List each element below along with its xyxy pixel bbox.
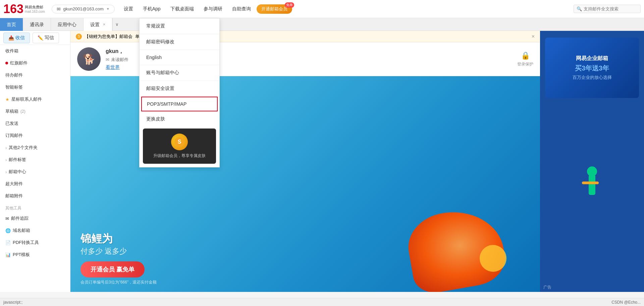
sidebar-item-domain-mail[interactable]: 🌐 域名邮箱 — [0, 224, 70, 237]
receive-button[interactable]: 📥 收信 — [3, 33, 30, 43]
sidebar-item-inbox[interactable]: 收件箱 — [0, 45, 70, 57]
sidebar: 📥 收信 ✏️ 写信 收件箱 红旗邮件 待办邮件 智能标签 ★ 星标联系人邮件 … — [0, 31, 70, 292]
tab-more-arrow[interactable]: ∨ — [112, 18, 121, 31]
sidebar-item-sent[interactable]: 已发送 — [0, 117, 70, 130]
ad-promo: 买3年送3年 — [575, 64, 609, 73]
lock-label: 登录保护 — [517, 61, 533, 67]
mail-trace-label: 邮件追踪 — [11, 215, 29, 221]
logo-area: 163 网易免费邮 mail.163.com — [3, 3, 45, 15]
status-bar: javascript:; CSDN @Echo... — [0, 298, 644, 306]
banner-title-line1: 锦鲤为 — [80, 232, 157, 246]
mailbox-attach-label: 邮箱附件 — [5, 193, 23, 199]
sidebar-item-pdf-tool[interactable]: 📄 PDF转换工具 — [0, 237, 70, 249]
sent-label: 已发送 — [5, 120, 18, 126]
vip-button-label: 开通邮箱会员 — [261, 6, 287, 11]
sidebar-item-mail-trace[interactable]: ✉ 邮件追踪 — [0, 212, 70, 224]
tab-settings-close[interactable]: × — [103, 18, 105, 31]
sidebar-section-other-tools: 其他工具 — [0, 202, 70, 212]
sidebar-item-ppt-template[interactable]: 📊 PPT模板 — [0, 249, 70, 261]
sidebar-item-large-attach[interactable]: 超大附件 — [0, 178, 70, 190]
tab-settings-label: 设置 — [90, 18, 100, 31]
mail-trace-icon: ✉ — [5, 216, 9, 221]
inbox-action-row: 📥 收信 ✏️ 写信 — [0, 31, 70, 45]
promo-text: 【锦鲤为您免单】邮箱会 — [85, 34, 132, 40]
banner-subtitle: 付多少 返多少 — [80, 246, 157, 256]
skin-preview-label: 升级邮箱会员，尊享专属皮肤 — [153, 153, 206, 159]
star-icon: ★ — [5, 97, 9, 102]
sidebar-item-mail-tags[interactable]: › 邮件标签 — [0, 154, 70, 166]
skin-coin-icon: S — [171, 134, 188, 150]
mail-icon: ✉ — [106, 57, 109, 62]
dropdown-item-english[interactable]: English — [140, 50, 219, 65]
write-button[interactable]: ✏️ 写信 — [33, 33, 59, 43]
logo-text2: mail.163.com — [25, 10, 45, 13]
logo-163: 163 — [3, 3, 23, 15]
top-nav: 163 网易免费邮 mail.163.com ✉ gkun2001@163.co… — [0, 0, 644, 18]
nav-mobile-app[interactable]: 手机App — [139, 6, 165, 12]
promo-coin-icon: S — [76, 34, 82, 40]
avatar: 🐕 — [77, 47, 101, 71]
domain-mail-icon: 🌐 — [5, 228, 11, 233]
dropdown-item-pop3[interactable]: POP3/SMTP/IMAP — [141, 97, 218, 111]
tab-home[interactable]: 首页 — [0, 18, 23, 31]
lock-icon: 🔒 — [521, 51, 530, 60]
nav-help[interactable]: 自助查询 — [228, 6, 255, 12]
ad-label: 广告 — [543, 285, 551, 290]
tab-contacts[interactable]: 通讯录 — [23, 18, 51, 31]
sidebar-item-smart-tag[interactable]: 智能标签 — [0, 81, 70, 93]
write-icon: ✏️ — [38, 35, 43, 41]
ad-person — [572, 166, 612, 217]
search-input[interactable] — [584, 6, 637, 11]
dropdown-item-password[interactable]: 邮箱密码修改 — [140, 34, 219, 50]
arrow-icon2: › — [5, 157, 7, 162]
domain-mail-label: 域名邮箱 — [13, 227, 30, 234]
explore-link[interactable]: 看世界 — [106, 64, 120, 70]
right-ad-panel: 网易企业邮箱 买3年送3年 百万企业的放心选择 广告 — [540, 31, 644, 292]
sidebar-item-other-folders[interactable]: › 其他2个文件夹 — [0, 142, 70, 154]
ppt-template-icon: 📊 — [5, 252, 11, 257]
pending-label: 待办邮件 — [5, 72, 23, 78]
account-dropdown-arrow: ▼ — [106, 7, 110, 11]
dropdown-item-general[interactable]: 常规设置 — [140, 18, 219, 34]
logo-sub: 网易免费邮 mail.163.com — [25, 5, 45, 13]
search-icon: 🔍 — [577, 6, 582, 11]
mail-tags-label: 邮件标签 — [9, 157, 26, 163]
sidebar-item-redflag[interactable]: 红旗邮件 — [0, 57, 70, 69]
receive-label: 收信 — [15, 35, 25, 41]
sidebar-item-starred[interactable]: ★ 星标联系人邮件 — [0, 93, 70, 105]
unread-mail-label: 未读邮件 — [111, 57, 128, 63]
sidebar-item-draft[interactable]: 草稿箱 (2) — [0, 105, 70, 117]
tabs-row: 首页 通讯录 应用中心 设置 × ∨ — [0, 18, 644, 31]
skin-coin-inner: S — [174, 137, 184, 147]
status-right: CSDN @Echo... — [611, 300, 641, 305]
banner-cta-button[interactable]: 开通会员 赢免单 — [80, 261, 145, 277]
vip-button[interactable]: 开通邮箱会员 免单 — [257, 4, 292, 14]
draft-label: 草稿箱 — [5, 108, 18, 114]
red-dot — [5, 62, 8, 64]
search-area: 🔍 — [574, 5, 641, 13]
nav-settings[interactable]: 设置 — [120, 6, 137, 12]
sidebar-item-mailbox-center[interactable]: › 邮箱中心 — [0, 166, 70, 178]
tab-settings[interactable]: 设置 × — [84, 18, 112, 31]
account-selector[interactable]: ✉ gkun2001@163.com ▼ — [52, 5, 115, 13]
dropdown-item-security[interactable]: 邮箱安全设置 — [140, 81, 219, 97]
nav-desktop[interactable]: 下载桌面端 — [166, 6, 198, 12]
main-layout: 📥 收信 ✏️ 写信 收件箱 红旗邮件 待办邮件 智能标签 ★ 星标联系人邮件 … — [0, 31, 644, 292]
ad-subtitle: 百万企业的放心选择 — [573, 74, 612, 81]
logo-text1: 网易免费邮 — [25, 5, 45, 10]
dropdown-item-account-center[interactable]: 账号与邮箱中心 — [140, 65, 219, 81]
nav-survey[interactable]: 参与调研 — [200, 6, 226, 12]
draft-count: (2) — [20, 109, 25, 114]
banner-text-area: 锦鲤为 付多少 返多少 开通会员 赢免单 会员订单编号后3位为"666"，退还实… — [80, 232, 157, 285]
arrow-icon3: › — [5, 169, 7, 174]
ad-brand: 网易企业邮箱 — [576, 55, 608, 62]
lock-area: 🔒 登录保护 — [517, 51, 533, 67]
sidebar-item-pending[interactable]: 待办邮件 — [0, 69, 70, 81]
sidebar-item-subscribed[interactable]: 订阅邮件 — [0, 130, 70, 142]
starred-label: 星标联系人邮件 — [11, 96, 42, 102]
dropdown-item-skin[interactable]: 更换皮肤 — [140, 111, 219, 127]
tab-app-center[interactable]: 应用中心 — [51, 18, 84, 31]
promo-close-button[interactable]: × — [532, 34, 535, 40]
banner-note: 会员订单编号后3位为"666"，退还实付金额 — [80, 279, 157, 285]
sidebar-item-mailbox-attach[interactable]: 邮箱附件 — [0, 190, 70, 202]
